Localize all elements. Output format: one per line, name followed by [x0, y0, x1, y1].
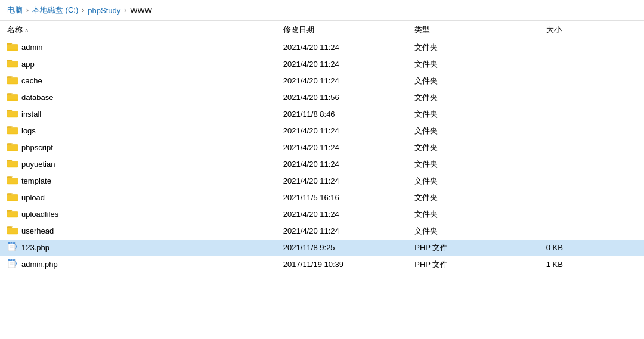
svg-rect-7: [7, 61, 18, 66]
name-cell: puyuetian: [7, 158, 269, 170]
file-type: 文件夹: [407, 139, 538, 156]
name-cell: admin: [7, 42, 269, 53]
table-row[interactable]: app2021/4/20 11:24文件夹: [0, 56, 644, 73]
col-header-date[interactable]: 修改日期: [276, 21, 407, 39]
folder-icon: [7, 42, 18, 53]
table-row[interactable]: PHP 123.php2021/11/8 9:25PHP 文件0 KB: [0, 240, 644, 256]
file-date: 2021/4/20 11:24: [276, 173, 407, 189]
folder-icon: [7, 108, 18, 120]
svg-rect-47: [7, 228, 18, 233]
svg-rect-43: [7, 211, 18, 216]
file-date: 2021/4/20 11:24: [276, 223, 407, 240]
file-size: [539, 56, 644, 73]
sort-arrow-icon: ∧: [24, 27, 29, 33]
folder-icon: [7, 75, 18, 86]
file-type: PHP 文件: [407, 256, 538, 273]
table-row[interactable]: userhead2021/4/20 11:24文件夹: [0, 223, 644, 240]
table-row[interactable]: upload2021/11/5 16:16文件夹: [0, 189, 644, 206]
name-cell: PHP admin.php: [7, 259, 269, 270]
name-cell: upload: [7, 192, 269, 203]
name-cell: PHP 123.php: [7, 242, 269, 253]
file-date: 2021/4/20 11:24: [276, 123, 407, 139]
table-row[interactable]: template2021/4/20 11:24文件夹: [0, 173, 644, 189]
file-name: userhead: [21, 226, 54, 235]
file-type: 文件夹: [407, 39, 538, 56]
file-name: database: [21, 93, 54, 102]
breadcrumb-sep-1: ›: [26, 6, 29, 14]
file-size: [539, 89, 644, 106]
folder-icon: [7, 209, 18, 220]
table-row[interactable]: uploadfiles2021/4/20 11:24文件夹: [0, 206, 644, 223]
file-type: 文件夹: [407, 173, 538, 189]
table-row[interactable]: database2021/4/20 11:56文件夹: [0, 89, 644, 106]
file-name: logs: [21, 126, 36, 135]
file-date: 2021/4/20 11:24: [276, 139, 407, 156]
table-row[interactable]: install2021/11/8 8:46文件夹: [0, 106, 644, 123]
file-name: admin.php: [21, 260, 58, 269]
file-size: [539, 189, 644, 206]
svg-rect-19: [7, 111, 18, 116]
folder-icon: [7, 192, 18, 203]
file-type: 文件夹: [407, 73, 538, 89]
folder-icon: [7, 125, 18, 136]
file-table: 名称 ∧ 修改日期 类型 大小 admin2021/4/20 11:24文件夹 …: [0, 21, 644, 273]
file-name: upload: [21, 193, 45, 202]
table-row[interactable]: PHP admin.php2017/11/19 10:39PHP 文件1 KB: [0, 256, 644, 273]
php-file-icon: PHP: [7, 242, 18, 253]
file-type: 文件夹: [407, 106, 538, 123]
file-size: [539, 139, 644, 156]
table-row[interactable]: cache2021/4/20 11:24文件夹: [0, 73, 644, 89]
col-header-name[interactable]: 名称 ∧: [0, 21, 276, 39]
file-size: [539, 156, 644, 173]
name-cell: phpscript: [7, 142, 269, 153]
file-type: 文件夹: [407, 156, 538, 173]
php-file-icon: PHP: [7, 259, 18, 270]
table-row[interactable]: phpscript2021/4/20 11:24文件夹: [0, 139, 644, 156]
file-date: 2021/4/20 11:24: [276, 206, 407, 223]
svg-rect-15: [7, 94, 18, 99]
file-name: 123.php: [21, 243, 49, 252]
table-row[interactable]: logs2021/4/20 11:24文件夹: [0, 123, 644, 139]
name-cell: cache: [7, 75, 269, 86]
table-header-row: 名称 ∧ 修改日期 类型 大小: [0, 21, 644, 39]
breadcrumb-drive[interactable]: 本地磁盘 (C:): [32, 5, 78, 15]
file-name: puyuetian: [21, 160, 55, 169]
file-name: uploadfiles: [21, 210, 58, 219]
breadcrumb-sep-2: ›: [82, 6, 84, 14]
file-type: PHP 文件: [407, 240, 538, 256]
file-date: 2021/4/20 11:24: [276, 56, 407, 73]
file-type: 文件夹: [407, 223, 538, 240]
file-type: 文件夹: [407, 206, 538, 223]
file-date: 2021/4/20 11:56: [276, 89, 407, 106]
file-size: 0 KB: [539, 240, 644, 256]
folder-icon: [7, 175, 18, 186]
svg-rect-11: [7, 77, 18, 83]
breadcrumb-pc[interactable]: 电脑: [7, 5, 23, 15]
file-date: 2021/11/5 16:16: [276, 189, 407, 206]
name-cell: uploadfiles: [7, 209, 269, 220]
name-cell: userhead: [7, 225, 269, 237]
file-type: 文件夹: [407, 56, 538, 73]
folder-icon: [7, 142, 18, 153]
svg-rect-23: [7, 127, 18, 133]
folder-icon: [7, 225, 18, 237]
table-row[interactable]: puyuetian2021/4/20 11:24文件夹: [0, 156, 644, 173]
breadcrumb-phpstudy[interactable]: phpStudy: [88, 6, 120, 15]
svg-rect-39: [7, 194, 18, 200]
svg-rect-3: [7, 45, 18, 50]
name-cell: database: [7, 92, 269, 103]
svg-text:PHP: PHP: [10, 242, 14, 245]
file-date: 2021/4/20 11:24: [276, 39, 407, 56]
file-name: admin: [21, 43, 42, 52]
file-name: app: [21, 60, 35, 69]
file-size: [539, 223, 644, 240]
col-header-size[interactable]: 大小: [539, 21, 644, 39]
svg-text:PHP: PHP: [10, 259, 14, 262]
name-cell: logs: [7, 125, 269, 136]
svg-rect-27: [7, 144, 18, 150]
name-cell: template: [7, 175, 269, 186]
folder-icon: [7, 92, 18, 103]
col-header-type[interactable]: 类型: [407, 21, 538, 39]
file-size: [539, 173, 644, 189]
table-row[interactable]: admin2021/4/20 11:24文件夹: [0, 39, 644, 56]
